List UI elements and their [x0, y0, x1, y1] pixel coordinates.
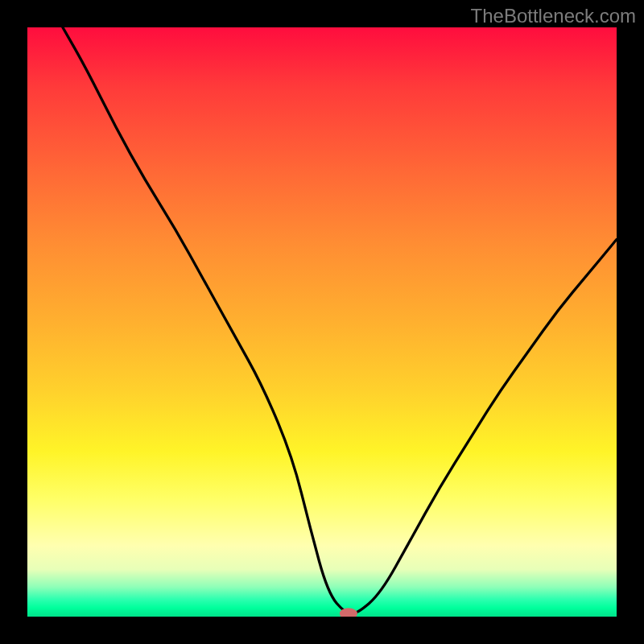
- curve-path: [63, 27, 617, 613]
- plot-area: [27, 27, 617, 617]
- chart-frame: TheBottleneck.com: [0, 0, 644, 644]
- watermark-text: TheBottleneck.com: [471, 5, 636, 27]
- bottleneck-curve: [27, 27, 617, 617]
